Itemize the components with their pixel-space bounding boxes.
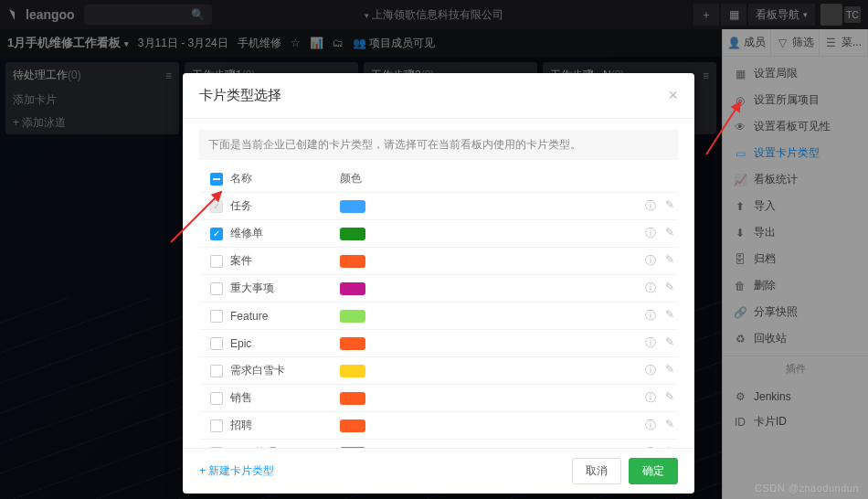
color-chip bbox=[340, 419, 365, 432]
close-icon[interactable]: × bbox=[668, 86, 678, 105]
color-chip bbox=[340, 200, 365, 213]
row-name: 案件 bbox=[230, 253, 340, 269]
info-icon[interactable]: ⓘ bbox=[645, 418, 656, 433]
card-type-row: ✓ 任务 ⓘ✎ bbox=[199, 192, 678, 219]
row-checkbox[interactable]: ✓ bbox=[210, 228, 223, 240]
card-type-row: 重大事项 ⓘ✎ bbox=[199, 274, 678, 302]
edit-icon[interactable]: ✎ bbox=[665, 281, 674, 296]
modal-title: 卡片类型选择 bbox=[199, 87, 281, 104]
edit-icon[interactable]: ✎ bbox=[665, 198, 674, 214]
row-name: 销售 bbox=[230, 390, 340, 406]
row-checkbox[interactable] bbox=[210, 392, 223, 405]
row-checkbox[interactable] bbox=[210, 337, 223, 350]
color-chip bbox=[340, 337, 365, 350]
select-all-checkbox[interactable] bbox=[210, 173, 223, 186]
edit-icon[interactable]: ✎ bbox=[665, 390, 674, 406]
card-type-row: 销售 ⓘ✎ bbox=[199, 384, 678, 411]
row-name: Feature bbox=[230, 310, 340, 323]
info-icon[interactable]: ⓘ bbox=[645, 226, 656, 241]
info-icon[interactable]: ⓘ bbox=[645, 281, 656, 296]
row-checkbox[interactable] bbox=[210, 310, 223, 323]
card-type-row: 招聘 ⓘ✎ bbox=[199, 411, 678, 439]
info-icon[interactable]: ⓘ bbox=[645, 198, 656, 214]
color-chip bbox=[340, 255, 365, 268]
info-icon[interactable]: ⓘ bbox=[645, 253, 656, 269]
edit-icon[interactable]: ✎ bbox=[665, 253, 674, 269]
info-icon[interactable]: ⓘ bbox=[645, 335, 656, 351]
row-checkbox[interactable] bbox=[210, 282, 223, 295]
edit-icon[interactable]: ✎ bbox=[665, 335, 674, 351]
edit-icon[interactable]: ✎ bbox=[665, 418, 674, 433]
card-type-row: ✓ 维修单 ⓘ✎ bbox=[199, 219, 678, 247]
card-type-row: CRM管理 ⓘ✎ bbox=[199, 439, 678, 448]
card-type-row: Epic ⓘ✎ bbox=[199, 329, 678, 356]
col-color: 颜色 bbox=[340, 171, 619, 186]
card-type-row: 需求白雪卡 ⓘ✎ bbox=[199, 356, 678, 384]
modal-hint: 下面是当前企业已创建的卡片类型，请选择可在当前看板内使用的卡片类型。 bbox=[199, 130, 678, 160]
row-name: 重大事项 bbox=[230, 281, 340, 296]
row-checkbox[interactable] bbox=[210, 419, 223, 432]
edit-icon[interactable]: ✎ bbox=[665, 226, 674, 241]
info-icon[interactable]: ⓘ bbox=[645, 390, 656, 406]
new-card-type-link[interactable]: + 新建卡片类型 bbox=[199, 463, 274, 479]
edit-icon[interactable]: ✎ bbox=[665, 363, 674, 378]
info-icon[interactable]: ⓘ bbox=[645, 363, 656, 378]
row-checkbox: ✓ bbox=[210, 200, 223, 213]
color-chip bbox=[340, 365, 365, 377]
row-checkbox[interactable] bbox=[210, 365, 223, 377]
color-chip bbox=[340, 392, 365, 405]
row-name: Epic bbox=[230, 337, 340, 350]
card-type-row: 案件 ⓘ✎ bbox=[199, 247, 678, 274]
card-type-modal: 卡片类型选择 × 下面是当前企业已创建的卡片类型，请选择可在当前看板内使用的卡片… bbox=[183, 73, 694, 494]
color-chip bbox=[340, 282, 365, 295]
color-chip bbox=[340, 228, 365, 240]
ok-button[interactable]: 确定 bbox=[629, 458, 678, 484]
col-name: 名称 bbox=[230, 171, 340, 186]
row-checkbox[interactable] bbox=[210, 255, 223, 268]
card-type-row: Feature ⓘ✎ bbox=[199, 302, 678, 329]
row-name: 需求白雪卡 bbox=[230, 363, 340, 378]
info-icon[interactable]: ⓘ bbox=[645, 308, 656, 324]
cancel-button[interactable]: 取消 bbox=[572, 458, 621, 484]
edit-icon[interactable]: ✎ bbox=[665, 308, 674, 324]
row-name: 维修单 bbox=[230, 226, 340, 241]
row-name: 招聘 bbox=[230, 418, 340, 433]
color-chip bbox=[340, 310, 365, 323]
table-header: 名称 颜色 bbox=[199, 165, 678, 192]
row-name: 任务 bbox=[230, 198, 340, 214]
watermark: CSDN @zhaodundun bbox=[755, 483, 859, 494]
